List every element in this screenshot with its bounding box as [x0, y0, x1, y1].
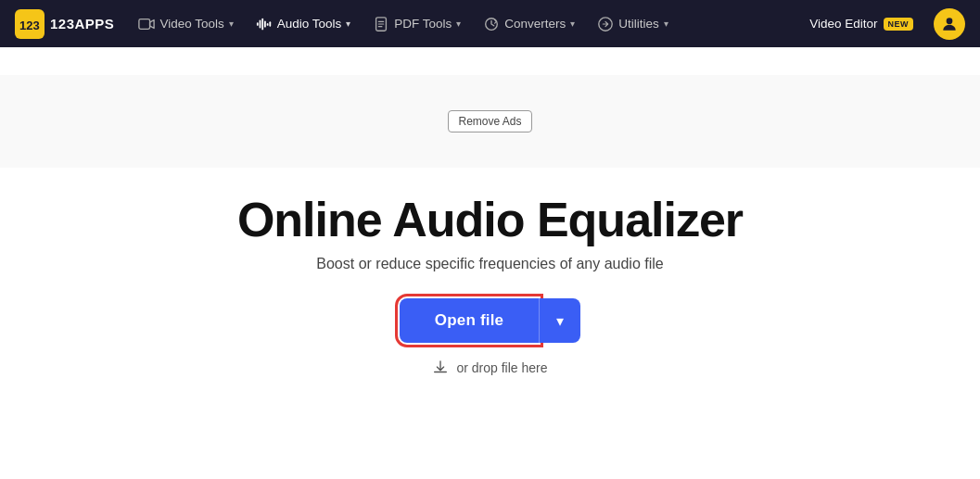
nav-item-audio-tools[interactable]: Audio Tools ▾	[247, 10, 361, 38]
nav-item-converters[interactable]: Converters ▾	[474, 10, 584, 38]
chevron-down-icon-pdf: ▾	[456, 19, 461, 29]
open-file-dropdown-button[interactable]: ▾	[539, 298, 580, 343]
open-file-row: Open file ▾	[400, 298, 581, 343]
nav-item-video-tools[interactable]: Video Tools ▾	[129, 10, 242, 38]
svg-rect-4	[259, 19, 261, 28]
nav-label-converters: Converters	[504, 17, 566, 31]
svg-point-11	[947, 18, 953, 24]
chevron-down-icon-open: ▾	[556, 313, 564, 329]
chevron-down-icon-utilities: ▾	[664, 19, 668, 29]
converters-icon	[483, 16, 500, 32]
logo-icon: 123	[15, 9, 45, 39]
svg-rect-5	[261, 18, 263, 30]
open-file-button[interactable]: Open file	[400, 298, 540, 343]
page-subtitle: Boost or reduce specific frequencies of …	[316, 256, 663, 272]
chevron-down-icon: ▾	[229, 19, 234, 29]
user-avatar[interactable]	[934, 8, 965, 40]
remove-ads-button[interactable]: Remove Ads	[448, 110, 531, 132]
pdf-icon	[373, 16, 389, 32]
utilities-icon	[597, 16, 614, 32]
chevron-down-icon-converters: ▾	[570, 19, 575, 29]
video-editor-label: Video Editor	[809, 17, 877, 31]
ad-area: Remove Ads	[0, 75, 980, 168]
page-title: Online Audio Equalizer	[237, 194, 743, 246]
drop-icon	[432, 359, 449, 376]
video-icon	[138, 16, 155, 32]
chevron-down-icon-audio: ▾	[346, 19, 350, 29]
svg-rect-2	[139, 19, 150, 29]
video-editor-button[interactable]: Video Editor NEW	[800, 11, 923, 36]
svg-rect-8	[269, 21, 271, 26]
nav-label-utilities: Utilities	[618, 17, 659, 31]
drop-zone[interactable]: or drop file here	[432, 359, 547, 376]
svg-rect-3	[257, 22, 259, 26]
nav-item-pdf-tools[interactable]: PDF Tools ▾	[363, 10, 470, 38]
svg-rect-7	[266, 23, 268, 26]
svg-rect-6	[264, 20, 266, 27]
drop-zone-label: or drop file here	[456, 360, 547, 375]
svg-text:123: 123	[19, 19, 40, 32]
user-icon	[940, 15, 959, 33]
new-badge: NEW	[884, 18, 914, 31]
nav-label-pdf-tools: PDF Tools	[394, 17, 452, 31]
nav-label-audio-tools: Audio Tools	[277, 17, 342, 31]
nav-label-video-tools: Video Tools	[159, 17, 223, 31]
nav-item-utilities[interactable]: Utilities ▾	[588, 10, 678, 38]
logo-text: 123APPS	[50, 16, 114, 32]
navbar: 123 123APPS Video Tools ▾ Audio Tools	[0, 0, 980, 47]
logo[interactable]: 123 123APPS	[15, 9, 114, 39]
audio-icon	[256, 16, 273, 32]
main-content: Remove Ads Online Audio Equalizer Boost …	[0, 47, 980, 376]
